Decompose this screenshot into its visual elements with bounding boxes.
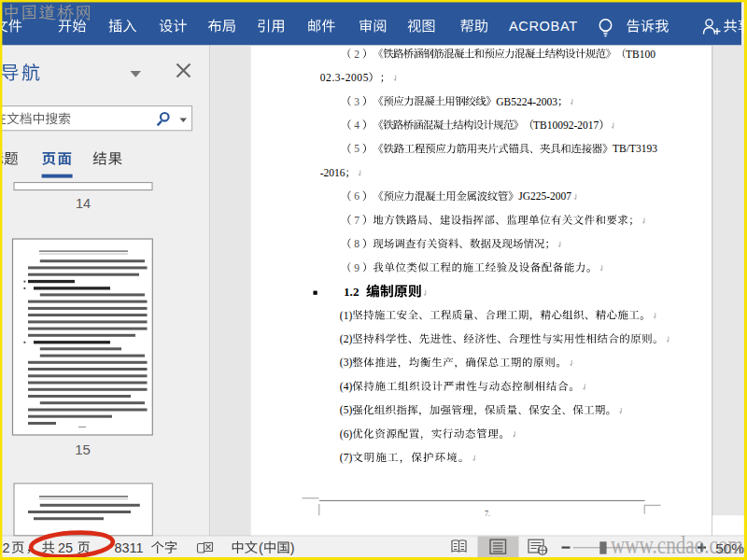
svg-text:3: 3 bbox=[354, 96, 359, 107]
svg-text:(3): (3) bbox=[340, 357, 353, 369]
svg-text:15: 15 bbox=[75, 441, 91, 457]
svg-text:6: 6 bbox=[354, 190, 359, 202]
svg-text:1.2: 1.2 bbox=[344, 285, 359, 299]
svg-text:TB100: TB100 bbox=[626, 49, 655, 60]
svg-text:www.cndao.com: www.cndao.com bbox=[611, 530, 743, 559]
svg-text:-2016: -2016 bbox=[320, 167, 345, 178]
svg-text:(2): (2) bbox=[340, 333, 353, 345]
svg-text:): ) bbox=[290, 540, 295, 555]
svg-text:8311: 8311 bbox=[115, 540, 144, 555]
svg-text:ACROBAT: ACROBAT bbox=[509, 19, 578, 34]
svg-text:7: 7 bbox=[354, 215, 359, 226]
svg-text:2: 2 bbox=[3, 540, 10, 555]
svg-text:(6): (6) bbox=[340, 428, 353, 441]
svg-text:4: 4 bbox=[354, 119, 359, 131]
svg-text:(4): (4) bbox=[340, 381, 353, 393]
svg-text:7.: 7. bbox=[485, 510, 490, 518]
svg-text:14: 14 bbox=[76, 196, 91, 211]
svg-text:8: 8 bbox=[354, 238, 359, 249]
svg-text:(7): (7) bbox=[340, 452, 353, 464]
svg-text:(5): (5) bbox=[340, 404, 353, 416]
svg-text:9: 9 bbox=[354, 262, 359, 273]
svg-text:JG225-2007: JG225-2007 bbox=[518, 190, 571, 202]
svg-text:TB10092-2017: TB10092-2017 bbox=[533, 119, 599, 131]
svg-text:02.3-2005: 02.3-2005 bbox=[320, 72, 369, 83]
svg-text:(1): (1) bbox=[340, 310, 353, 322]
svg-text:(: ( bbox=[259, 540, 263, 555]
svg-text:25: 25 bbox=[58, 540, 73, 555]
svg-text:TB/T3193: TB/T3193 bbox=[613, 143, 657, 154]
svg-text:GB5224-2003: GB5224-2003 bbox=[496, 96, 557, 107]
svg-text:2: 2 bbox=[354, 49, 359, 60]
svg-text:5: 5 bbox=[354, 143, 359, 154]
